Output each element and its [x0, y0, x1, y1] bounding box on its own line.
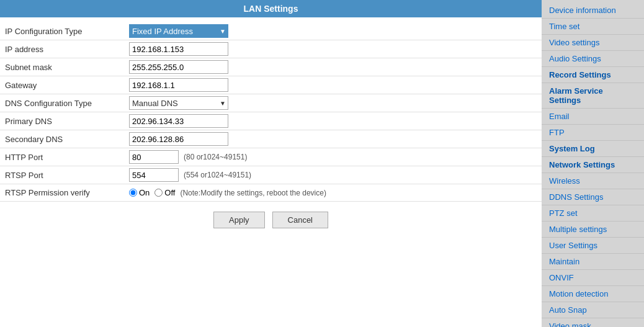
ip-address-label: IP address: [5, 45, 129, 54]
subnet-mask-row: Subnet mask: [0, 58, 542, 76]
rtsp-off-radio[interactable]: [154, 189, 163, 197]
sidebar-item-motion-detection[interactable]: Motion detection: [542, 286, 644, 302]
dns-config-field: Manual DNS Auto DNS ▼: [129, 96, 228, 110]
primary-dns-input[interactable]: [129, 114, 228, 128]
rtsp-perm-field: On Off (Note:Modify the settings, reboot…: [129, 188, 326, 197]
sidebar-item-device-information[interactable]: Device information: [542, 2, 644, 19]
sidebar-item-email[interactable]: Email: [542, 109, 644, 125]
sidebar-item-record-settings[interactable]: Record Settings: [542, 67, 644, 83]
buttons-row: Apply Cancel: [0, 202, 542, 238]
ip-config-row: IP Configuration Type Fixed IP Address D…: [0, 22, 542, 40]
sidebar-item-alarm-service-settings[interactable]: Alarm Service Settings: [542, 83, 644, 109]
secondary-dns-label: Secondary DNS: [5, 135, 129, 144]
primary-dns-row: Primary DNS: [0, 112, 542, 130]
rtsp-port-label: RTSP Port: [5, 171, 129, 180]
ip-config-select-wrapper: Fixed IP Address Dynamic IP Address ▼: [129, 24, 228, 38]
rtsp-port-row: RTSP Port (554 or1024~49151): [0, 166, 542, 184]
sidebar-item-ptz-set[interactable]: PTZ set: [542, 205, 644, 222]
gateway-row: Gateway: [0, 76, 542, 94]
rtsp-port-field: (554 or1024~49151): [129, 168, 251, 182]
http-port-label: HTTP Port: [5, 153, 129, 162]
form-container: IP Configuration Type Fixed IP Address D…: [0, 17, 542, 327]
dns-config-select[interactable]: Manual DNS Auto DNS: [129, 96, 228, 110]
sidebar-item-video-mask[interactable]: Video mask: [542, 318, 644, 327]
ip-config-label: IP Configuration Type: [5, 27, 129, 36]
rtsp-perm-note: (Note:Modify the settings, reboot the de…: [180, 189, 326, 197]
gateway-field: [129, 78, 228, 92]
sidebar-item-system-log[interactable]: System Log: [542, 141, 644, 157]
page-title: LAN Settings: [0, 0, 542, 17]
http-port-input[interactable]: [129, 150, 179, 164]
subnet-mask-input[interactable]: [129, 60, 228, 74]
apply-button[interactable]: Apply: [213, 212, 265, 228]
sidebar-item-onvif[interactable]: ONVIF: [542, 270, 644, 286]
cancel-button[interactable]: Cancel: [272, 212, 328, 228]
ip-address-row: IP address: [0, 40, 542, 58]
subnet-mask-field: [129, 60, 228, 74]
http-port-field: (80 or1024~49151): [129, 150, 247, 164]
sidebar: Device informationTime setVideo settings…: [542, 0, 644, 327]
gateway-label: Gateway: [5, 81, 129, 90]
sidebar-item-ddns-settings[interactable]: DDNS Settings: [542, 189, 644, 205]
secondary-dns-field: [129, 132, 228, 146]
ip-config-select[interactable]: Fixed IP Address Dynamic IP Address: [129, 24, 228, 38]
http-port-hint: (80 or1024~49151): [184, 153, 247, 161]
dns-config-row: DNS Configuration Type Manual DNS Auto D…: [0, 94, 542, 112]
sidebar-item-user-settings[interactable]: User Settings: [542, 238, 644, 254]
rtsp-perm-row: RTSP Permission verify On Off (Note:Modi…: [0, 184, 542, 202]
dns-config-label: DNS Configuration Type: [5, 99, 129, 108]
secondary-dns-row: Secondary DNS: [0, 130, 542, 148]
rtsp-off-text: Off: [164, 188, 175, 197]
subnet-mask-label: Subnet mask: [5, 63, 129, 72]
primary-dns-label: Primary DNS: [5, 117, 129, 126]
sidebar-item-network-settings[interactable]: Network Settings: [542, 157, 644, 173]
gateway-input[interactable]: [129, 78, 228, 92]
dns-config-select-wrapper: Manual DNS Auto DNS ▼: [129, 96, 228, 110]
rtsp-perm-radio-group: On Off (Note:Modify the settings, reboot…: [129, 188, 326, 197]
ip-address-input[interactable]: [129, 42, 228, 56]
rtsp-on-label[interactable]: On: [129, 188, 150, 197]
sidebar-item-time-set[interactable]: Time set: [542, 19, 644, 35]
http-port-row: HTTP Port (80 or1024~49151): [0, 148, 542, 166]
rtsp-port-input[interactable]: [129, 168, 179, 182]
rtsp-on-radio[interactable]: [129, 189, 137, 197]
sidebar-item-maintain[interactable]: Maintain: [542, 254, 644, 270]
sidebar-item-video-settings[interactable]: Video settings: [542, 35, 644, 51]
secondary-dns-input[interactable]: [129, 132, 228, 146]
sidebar-item-multiple-settings[interactable]: Multiple settings: [542, 222, 644, 238]
rtsp-off-label[interactable]: Off: [154, 188, 175, 197]
rtsp-perm-label: RTSP Permission verify: [5, 188, 129, 197]
sidebar-item-ftp[interactable]: FTP: [542, 125, 644, 141]
main-content: LAN Settings IP Configuration Type Fixed…: [0, 0, 542, 327]
sidebar-item-audio-settings[interactable]: Audio Settings: [542, 51, 644, 67]
rtsp-on-text: On: [139, 188, 150, 197]
ip-address-field: [129, 42, 228, 56]
rtsp-port-hint: (554 or1024~49151): [184, 171, 251, 179]
primary-dns-field: [129, 114, 228, 128]
ip-config-field: Fixed IP Address Dynamic IP Address ▼: [129, 24, 228, 38]
sidebar-item-wireless[interactable]: Wireless: [542, 173, 644, 189]
sidebar-item-auto-snap[interactable]: Auto Snap: [542, 302, 644, 318]
